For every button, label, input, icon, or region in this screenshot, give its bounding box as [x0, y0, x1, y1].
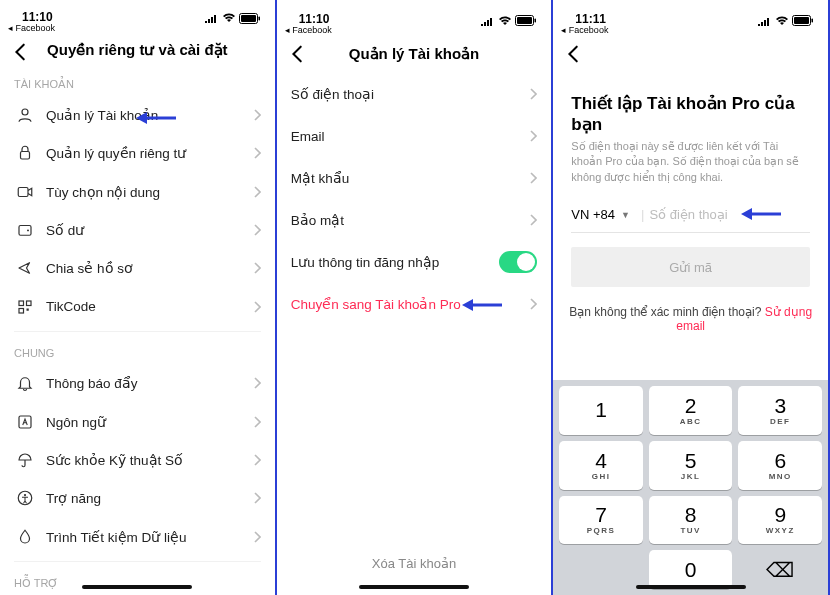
annotation-arrow: [136, 111, 176, 125]
home-indicator[interactable]: [82, 585, 192, 589]
back-icon[interactable]: [563, 43, 585, 65]
svg-rect-22: [794, 17, 809, 24]
row-accessibility[interactable]: Trợ năng: [0, 479, 275, 517]
row-tikcode[interactable]: TikCode: [0, 288, 275, 326]
svg-rect-9: [19, 301, 24, 306]
key-6[interactable]: 6MNO: [738, 441, 822, 490]
chevron-right-icon: [529, 130, 537, 142]
cant-verify-text: Bạn không thể xác minh điện thoại? Sử dụ…: [553, 305, 828, 333]
status-time: 11:11: [575, 12, 606, 26]
back-to-app[interactable]: Facebook: [277, 25, 552, 35]
key-7[interactable]: 7PQRS: [559, 496, 643, 545]
row-balance[interactable]: Số dư: [0, 211, 275, 249]
status-time: 11:10: [22, 10, 53, 24]
key-2[interactable]: 2ABC: [649, 386, 733, 435]
delete-account[interactable]: Xóa Tài khoản: [277, 556, 552, 571]
page-title: Quyền riêng tư và cài đặt: [47, 41, 228, 59]
row-switch-pro[interactable]: Chuyển sang Tài khoản Pro: [277, 283, 552, 325]
phone-input-row[interactable]: VN +84 ▼ | Số điện thoại: [571, 207, 810, 233]
home-indicator[interactable]: [636, 585, 746, 589]
svg-rect-18: [517, 17, 532, 24]
row-wellbeing[interactable]: Sức khỏe Kỹ thuật Số: [0, 441, 275, 479]
row-email[interactable]: Email: [277, 115, 552, 157]
phone-placeholder[interactable]: Số điện thoại: [649, 207, 727, 222]
chevron-right-icon: [253, 377, 261, 389]
divider: [14, 561, 261, 562]
chevron-right-icon: [529, 172, 537, 184]
row-privacy[interactable]: Quản lý quyền riêng tư: [0, 134, 275, 172]
row-label: Mật khẩu: [291, 170, 530, 186]
key-9[interactable]: 9WXYZ: [738, 496, 822, 545]
svg-rect-21: [812, 19, 814, 23]
key-4[interactable]: 4GHI: [559, 441, 643, 490]
key-3[interactable]: 3DEF: [738, 386, 822, 435]
svg-rect-5: [21, 152, 30, 160]
row-label: Bảo mật: [291, 212, 530, 228]
status-bar: 11:10: [277, 0, 552, 26]
caret-down-icon: ▼: [621, 210, 630, 220]
row-label: TikCode: [46, 299, 253, 314]
back-to-app[interactable]: Facebook: [0, 23, 275, 33]
page-title: Quản lý Tài khoản: [349, 45, 480, 63]
status-bar: 11:10: [0, 0, 275, 24]
row-share[interactable]: Chia sẻ hồ sơ: [0, 249, 275, 287]
svg-rect-7: [19, 226, 31, 236]
svg-rect-17: [535, 19, 537, 23]
chevron-right-icon: [253, 416, 261, 428]
lock-icon: [14, 142, 36, 164]
svg-rect-6: [18, 187, 28, 196]
header: Quyền riêng tư và cài đặt: [0, 33, 275, 68]
row-label: Ngôn ngữ: [46, 414, 253, 430]
row-label: Số điện thoại: [291, 86, 530, 102]
row-language[interactable]: Ngôn ngữ: [0, 402, 275, 440]
chevron-right-icon: [253, 186, 261, 198]
person-icon: [14, 104, 36, 126]
row-label: Lưu thông tin đăng nhập: [291, 254, 500, 270]
key-blank: [559, 550, 643, 589]
row-label: Thông báo đẩy: [46, 375, 253, 391]
chevron-right-icon: [529, 88, 537, 100]
key-5[interactable]: 5JKL: [649, 441, 733, 490]
row-label: Sức khỏe Kỹ thuật Số: [46, 452, 253, 468]
chevron-right-icon: [529, 214, 537, 226]
qr-icon: [14, 296, 36, 318]
back-icon[interactable]: [10, 41, 32, 63]
row-manage-account[interactable]: Quản lý Tài khoản: [0, 96, 275, 134]
send-code-button[interactable]: Gửi mã: [571, 247, 810, 287]
chevron-right-icon: [253, 492, 261, 504]
home-indicator[interactable]: [359, 585, 469, 589]
chevron-right-icon: [529, 298, 537, 310]
toggle-on[interactable]: [499, 251, 537, 273]
row-label: Trợ năng: [46, 490, 253, 506]
setup-subtitle: Số điện thoại này sẽ được liên kết với T…: [553, 135, 828, 185]
row-security[interactable]: Bảo mật: [277, 199, 552, 241]
key-8[interactable]: 8TUV: [649, 496, 733, 545]
row-push[interactable]: Thông báo đẩy: [0, 364, 275, 402]
key-0[interactable]: 0: [649, 550, 733, 589]
chevron-right-icon: [253, 224, 261, 236]
row-phone[interactable]: Số điện thoại: [277, 73, 552, 115]
numeric-keypad: 1 2ABC 3DEF 4GHI 5JKL 6MNO 7PQRS 8TUV 9W…: [553, 380, 828, 595]
back-to-app[interactable]: Facebook: [553, 25, 828, 35]
row-save-login[interactable]: Lưu thông tin đăng nhập: [277, 241, 552, 283]
country-code[interactable]: VN +84: [571, 207, 615, 222]
screen-pro-setup: 11:11 Facebook Thiết lập Tài khoản Pro c…: [553, 0, 830, 595]
section-account: TÀI KHOẢN: [0, 68, 275, 96]
chevron-right-icon: [253, 454, 261, 466]
row-label: Chia sẻ hồ sơ: [46, 260, 253, 276]
divider: [14, 331, 261, 332]
row-label: Quản lý quyền riêng tư: [46, 145, 253, 161]
annotation-arrow: [462, 298, 502, 312]
chevron-right-icon: [253, 262, 261, 274]
row-content[interactable]: Tùy chọn nội dung: [0, 172, 275, 210]
key-backspace[interactable]: ⌫: [738, 550, 822, 589]
row-password[interactable]: Mật khẩu: [277, 157, 552, 199]
chevron-right-icon: [253, 109, 261, 121]
svg-point-15: [24, 494, 26, 496]
back-icon[interactable]: [287, 43, 309, 65]
chevron-right-icon: [253, 301, 261, 313]
key-1[interactable]: 1: [559, 386, 643, 435]
section-support: HỖ TRỢ: [0, 567, 275, 595]
row-data-saver[interactable]: Trình Tiết kiệm Dữ liệu: [0, 518, 275, 556]
chevron-right-icon: [253, 531, 261, 543]
